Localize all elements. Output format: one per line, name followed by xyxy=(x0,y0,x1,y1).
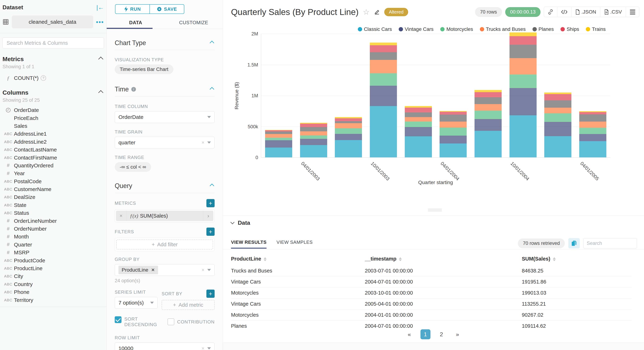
chevron-right-icon[interactable]: › xyxy=(203,211,213,221)
legend-item-trains[interactable]: Trains xyxy=(586,26,606,32)
legend-item-trucks-and-buses[interactable]: Trucks and Buses xyxy=(480,26,526,32)
column-name: ProductLine xyxy=(14,265,42,271)
sort-descending-checkbox[interactable] xyxy=(115,316,122,323)
legend-item-ships[interactable]: Ships xyxy=(560,26,579,32)
text-type-icon: ABC xyxy=(2,266,14,271)
legend-item-vintage-cars[interactable]: Vintage Cars xyxy=(399,26,434,32)
column-item-year[interactable]: #Year xyxy=(2,169,104,177)
column-item-productline[interactable]: ABCProductLine xyxy=(2,265,104,272)
legend-item-planes[interactable]: Planes xyxy=(532,26,554,32)
resize-handle[interactable] xyxy=(428,209,442,212)
column-item-contactlastname[interactable]: ABCContactLastName xyxy=(2,146,104,154)
column-item-customername[interactable]: ABCCustomerName xyxy=(2,185,104,193)
pagination-page-1[interactable]: 1 xyxy=(420,329,430,339)
remove-metric-icon[interactable]: × xyxy=(116,211,126,221)
pagination-next[interactable]: » xyxy=(452,329,462,339)
clear-icon[interactable]: × xyxy=(202,267,204,273)
edit-icon[interactable] xyxy=(374,9,380,15)
legend-item-motorcycles[interactable]: Motorcycles xyxy=(440,26,473,32)
clear-icon[interactable]: × xyxy=(202,140,204,145)
viz-type-value[interactable]: Time-series Bar Chart xyxy=(115,64,174,74)
collapse-panel-icon[interactable]: |← xyxy=(96,4,104,11)
column-item-postalcode[interactable]: ABCPostalCode xyxy=(2,177,104,185)
group-by-select[interactable]: ProductLine✕ × xyxy=(115,264,214,276)
column-item-status[interactable]: ABCStatus xyxy=(2,209,104,217)
bar-segment-trains xyxy=(335,117,362,118)
sort-icon xyxy=(399,257,402,261)
copy-data-button[interactable] xyxy=(568,238,580,248)
file-icon xyxy=(575,9,580,14)
column-header-productline[interactable]: ProductLine xyxy=(231,253,365,265)
column-item-month[interactable]: #Month xyxy=(2,233,104,241)
column-item-priceeach[interactable]: PriceEach xyxy=(2,114,104,122)
search-metrics-columns-input[interactable] xyxy=(2,37,104,48)
column-name: Year xyxy=(14,170,25,176)
metric-pill[interactable]: × ƒ(x)SUM(Sales) › xyxy=(116,211,213,221)
column-item-sales[interactable]: Sales xyxy=(2,122,104,130)
group-by-chip[interactable]: ProductLine✕ xyxy=(118,266,158,274)
data-collapse-icon[interactable] xyxy=(230,220,234,224)
metric-item[interactable]: ƒ COUNT(*) ? xyxy=(2,74,104,82)
add-sort-metric-button[interactable]: + xyxy=(206,290,214,298)
column-item-contactfirstname[interactable]: ABCContactFirstName xyxy=(2,154,104,161)
contribution-checkbox[interactable] xyxy=(168,319,174,325)
tab-customize[interactable]: CUSTOMIZE xyxy=(165,18,223,29)
tab-data[interactable]: DATA xyxy=(107,18,165,29)
column-item-msrp[interactable]: #MSRP xyxy=(2,249,104,256)
row-limit-select[interactable]: 10000 × xyxy=(115,343,214,350)
pagination-prev[interactable]: « xyxy=(404,329,414,339)
time-range-value[interactable]: -∞ ≤ col < ∞ xyxy=(115,162,151,172)
remove-chip-icon[interactable]: ✕ xyxy=(151,268,155,273)
query-collapse-icon[interactable] xyxy=(210,184,214,188)
chart-type-collapse-icon[interactable] xyxy=(210,41,214,45)
column-item-dealsize[interactable]: ABCDealSize xyxy=(2,193,104,201)
rows-retrieved-badge: 70 rows retrieved xyxy=(518,238,565,248)
tab-view-results[interactable]: VIEW RESULTS xyxy=(231,240,266,248)
columns-collapse-icon[interactable] xyxy=(98,90,103,95)
run-button[interactable]: RUN xyxy=(116,5,150,13)
column-header-__timestamp[interactable]: __timestamp xyxy=(365,253,522,265)
series-limit-select[interactable]: 7 option(s) xyxy=(115,297,158,309)
bar-segment-vintage-cars xyxy=(510,88,536,115)
column-item-quantityordered[interactable]: #QuantityOrdered xyxy=(2,162,104,169)
tab-view-samples[interactable]: VIEW SAMPLES xyxy=(276,240,313,248)
column-item-addressline2[interactable]: ABCAddressLine2 xyxy=(2,138,104,146)
column-header-sum(sales)[interactable]: SUM(Sales) xyxy=(522,253,632,265)
column-item-state[interactable]: ABCState xyxy=(2,201,104,209)
export-json-button[interactable]: .JSON xyxy=(571,7,600,17)
column-item-quarter[interactable]: #Quarter xyxy=(2,241,104,249)
menu-button[interactable] xyxy=(626,7,639,17)
time-grain-select[interactable]: quarter × xyxy=(115,137,214,148)
bar-segment-planes xyxy=(265,131,292,134)
column-item-orderdate[interactable]: OrderDate xyxy=(2,106,104,114)
add-filter-dropzone[interactable]: +Add filter xyxy=(116,240,213,250)
favorite-star-icon[interactable]: ☆ xyxy=(363,8,370,16)
copy-link-button[interactable] xyxy=(544,7,557,17)
export-csv-button[interactable]: .CSV xyxy=(600,7,626,17)
pagination-page-2[interactable]: 2 xyxy=(436,329,446,339)
add-filter-button[interactable]: + xyxy=(206,228,214,236)
data-search-input[interactable] xyxy=(583,238,637,248)
legend-item-classic-cars[interactable]: Classic Cars xyxy=(358,26,392,32)
text-type-icon: ABC xyxy=(2,290,14,294)
column-item-territory[interactable]: ABCTerritory xyxy=(2,296,104,304)
add-metric-button[interactable]: + xyxy=(206,199,214,207)
column-item-phone[interactable]: ABCPhone xyxy=(2,288,104,296)
save-button[interactable]: SAVE xyxy=(150,5,184,13)
column-item-productcode[interactable]: ABCProductCode xyxy=(2,256,104,264)
filters-label: FILTERS xyxy=(115,229,134,234)
add-sort-metric-dropzone[interactable]: +Add metric xyxy=(162,300,214,310)
time-collapse-icon[interactable] xyxy=(210,87,214,91)
metrics-collapse-icon[interactable] xyxy=(98,56,103,61)
embed-code-button[interactable] xyxy=(557,7,571,17)
column-item-city[interactable]: ABCCity xyxy=(2,272,104,280)
clear-icon[interactable]: × xyxy=(202,346,204,350)
dataset-selector[interactable]: cleaned_sales_data xyxy=(12,15,93,28)
column-item-addressline1[interactable]: ABCAddressLine1 xyxy=(2,130,104,138)
column-item-ordernumber[interactable]: #OrderNumber xyxy=(2,225,104,233)
column-item-orderlinenumber[interactable]: #OrderLineNumber xyxy=(2,217,104,225)
bar-segment-planes xyxy=(300,127,327,131)
column-item-country[interactable]: ABCCountry xyxy=(2,280,104,288)
time-column-select[interactable]: OrderDate xyxy=(115,111,214,123)
dataset-options-icon[interactable]: ••• xyxy=(96,18,104,25)
